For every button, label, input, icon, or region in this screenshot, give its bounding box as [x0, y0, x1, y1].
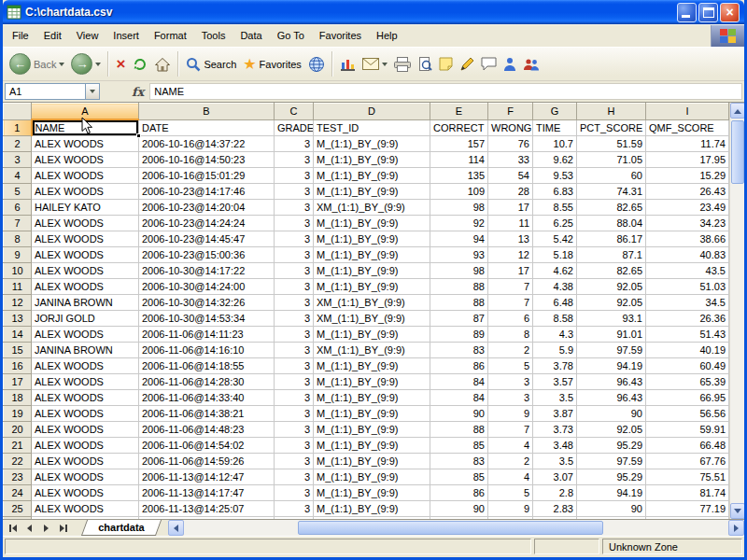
insert-function-button[interactable]: fx [130, 85, 149, 99]
cell-C5[interactable]: 3 [275, 184, 314, 200]
favorites-button[interactable]: ★ Favorites [240, 55, 304, 74]
home-button[interactable] [151, 55, 174, 74]
horizontal-scrollbar[interactable] [168, 520, 744, 536]
row-header-11[interactable]: 11 [4, 279, 32, 295]
cell-C13[interactable]: 3 [275, 311, 314, 327]
name-box-dropdown[interactable] [85, 83, 100, 100]
menu-item-insert[interactable]: Insert [106, 25, 147, 47]
cell-G22[interactable]: 3.5 [533, 454, 577, 469]
row-header-21[interactable]: 21 [4, 438, 32, 454]
cell-G23[interactable]: 3.07 [533, 469, 577, 485]
previous-sheet-button[interactable] [22, 522, 36, 535]
cell-F6[interactable]: 17 [488, 200, 533, 216]
cell-C18[interactable]: 3 [275, 390, 314, 406]
cell-G13[interactable]: 8.58 [533, 311, 577, 327]
cell-E9[interactable]: 93 [430, 247, 488, 263]
column-header-G[interactable]: G [533, 104, 577, 120]
cell-H26[interactable] [577, 517, 646, 520]
cell-D15[interactable]: XM_(1:1)_BY_(9:9) [314, 343, 430, 358]
cell-E26[interactable] [430, 517, 488, 520]
cell-C14[interactable]: 3 [275, 327, 314, 343]
cell-I17[interactable]: 65.39 [646, 374, 729, 390]
cell-A15[interactable]: JANINA BROWN [32, 343, 139, 358]
cell-H4[interactable]: 60 [577, 168, 646, 184]
cell-A13[interactable]: JORJI GOLD [32, 311, 139, 327]
vertical-scrollbar[interactable] [729, 103, 744, 519]
scroll-left-button[interactable] [168, 520, 184, 536]
cell-F14[interactable]: 8 [488, 327, 533, 343]
contacts-button[interactable] [520, 55, 543, 74]
cell-C25[interactable]: 3 [275, 501, 314, 517]
cell-D25[interactable]: M_(1:1)_BY_(9:9) [314, 501, 430, 517]
print-preview-button[interactable] [415, 55, 435, 74]
cell-B17[interactable]: 2006-11-06@14:28:30 [139, 374, 275, 390]
cell-D21[interactable]: M_(1:1)_BY_(9:9) [314, 438, 430, 454]
cell-C12[interactable]: 3 [275, 295, 314, 311]
column-header-F[interactable]: F [488, 104, 533, 120]
cell-G17[interactable]: 3.57 [533, 374, 577, 390]
cell-H5[interactable]: 74.31 [577, 184, 646, 200]
cell-G12[interactable]: 6.48 [533, 295, 577, 311]
horizontal-scroll-track[interactable] [184, 520, 728, 536]
cell-A9[interactable]: ALEX WOODS [32, 247, 139, 263]
cell-H12[interactable]: 92.05 [577, 295, 646, 311]
cell-B23[interactable]: 2006-11-13@14:12:47 [139, 469, 275, 485]
cell-H14[interactable]: 91.01 [577, 327, 646, 343]
cell-I21[interactable]: 66.48 [646, 438, 729, 454]
cell-E17[interactable]: 84 [430, 374, 488, 390]
cell-H16[interactable]: 94.19 [577, 358, 646, 374]
forward-button[interactable]: → [68, 51, 104, 77]
cell-I1[interactable]: QMF_SCORE [646, 119, 729, 136]
cell-C8[interactable]: 3 [275, 231, 314, 247]
cell-B5[interactable]: 2006-10-23@14:17:46 [139, 184, 275, 200]
menu-item-file[interactable]: File [5, 25, 36, 47]
refresh-button[interactable] [129, 54, 150, 74]
column-header-H[interactable]: H [577, 104, 646, 120]
stop-button[interactable]: × [113, 54, 128, 74]
cell-G1[interactable]: TIME [533, 119, 577, 136]
cell-G14[interactable]: 4.3 [533, 327, 577, 343]
row-header-26[interactable]: 26 [4, 517, 32, 520]
cell-B13[interactable]: 2006-10-30@14:53:34 [139, 311, 275, 327]
column-header-B[interactable]: B [139, 104, 275, 120]
note-button[interactable] [436, 55, 456, 73]
cell-C7[interactable]: 3 [275, 216, 314, 231]
cell-H13[interactable]: 93.1 [577, 311, 646, 327]
cell-D22[interactable]: M_(1:1)_BY_(9:9) [314, 454, 430, 469]
cell-B7[interactable]: 2006-10-23@14:24:24 [139, 216, 275, 231]
cell-I15[interactable]: 40.19 [646, 343, 729, 358]
cell-H7[interactable]: 88.04 [577, 216, 646, 231]
cell-C17[interactable]: 3 [275, 374, 314, 390]
cell-I19[interactable]: 56.56 [646, 406, 729, 422]
cell-G20[interactable]: 3.73 [533, 422, 577, 438]
cell-E16[interactable]: 86 [430, 358, 488, 374]
row-header-20[interactable]: 20 [4, 422, 32, 438]
scroll-down-button[interactable] [730, 503, 744, 519]
cell-I24[interactable]: 81.74 [646, 485, 729, 501]
row-header-16[interactable]: 16 [4, 358, 32, 374]
cell-E23[interactable]: 85 [430, 469, 488, 485]
cell-B14[interactable]: 2006-11-06@14:11:23 [139, 327, 275, 343]
cell-C2[interactable]: 3 [275, 136, 314, 152]
cell-F22[interactable]: 2 [488, 454, 533, 469]
cell-B15[interactable]: 2006-11-06@14:16:10 [139, 343, 275, 358]
cell-F20[interactable]: 7 [488, 422, 533, 438]
row-header-6[interactable]: 6 [4, 200, 32, 216]
mail-button[interactable] [359, 56, 390, 72]
row-header-19[interactable]: 19 [4, 406, 32, 422]
cell-I25[interactable]: 77.19 [646, 501, 729, 517]
row-header-5[interactable]: 5 [4, 184, 32, 200]
cell-B12[interactable]: 2006-10-30@14:32:26 [139, 295, 275, 311]
cell-G24[interactable]: 2.8 [533, 485, 577, 501]
print-button[interactable] [391, 55, 414, 74]
row-header-18[interactable]: 18 [4, 390, 32, 406]
maximize-button[interactable] [698, 3, 718, 22]
cell-G26[interactable] [533, 517, 577, 520]
select-all-corner[interactable] [4, 104, 32, 120]
menu-item-view[interactable]: View [69, 25, 106, 47]
back-button[interactable]: ← Back [7, 51, 67, 77]
cell-I2[interactable]: 11.74 [646, 136, 729, 152]
menu-item-tools[interactable]: Tools [194, 25, 233, 47]
cell-A3[interactable]: ALEX WOODS [32, 152, 139, 168]
cell-D16[interactable]: M_(1:1)_BY_(9:9) [314, 358, 430, 374]
